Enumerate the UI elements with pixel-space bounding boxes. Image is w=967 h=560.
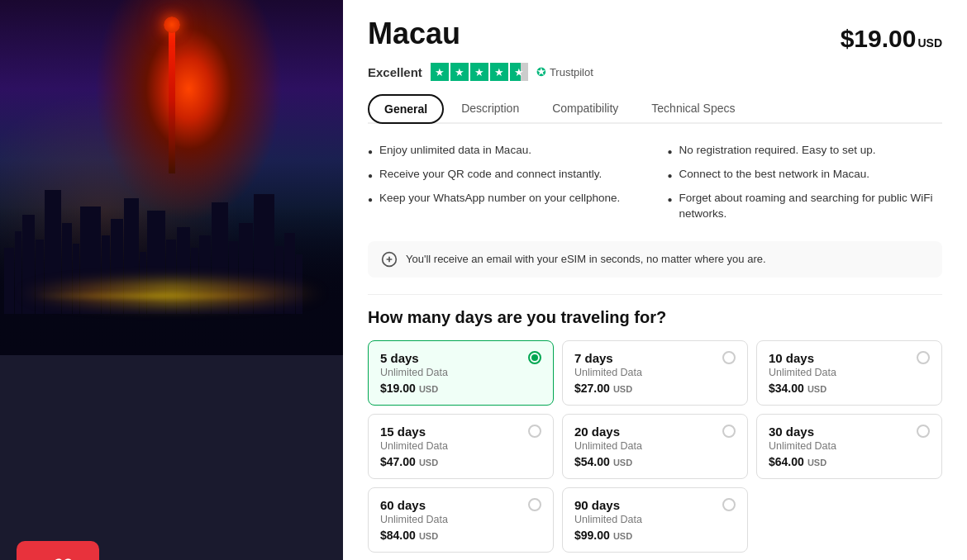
day-price-currency-2: USD	[805, 384, 826, 394]
email-icon	[381, 251, 398, 268]
feature-text-5: Connect to the best network in Macau.	[679, 167, 869, 183]
day-count-2: 10 days	[769, 351, 814, 365]
day-option-6[interactable]: 60 days Unlimited Data $84.00 USD	[368, 487, 554, 553]
day-price-currency-7: USD	[611, 531, 632, 541]
day-radio-1	[722, 351, 736, 364]
day-price-6: $84.00 USD	[380, 529, 541, 542]
day-option-header-7: 90 days	[574, 498, 736, 512]
features-grid: ● Enjoy unlimited data in Macau. ● No re…	[368, 140, 942, 225]
feature-text-3: Keep your WhatsApp number on your cellph…	[379, 191, 620, 206]
day-price-5: $64.00 USD	[769, 455, 930, 468]
day-data-3: Unlimited Data	[380, 440, 541, 452]
day-price-currency-0: USD	[417, 384, 438, 394]
excellent-label: Excellent	[368, 65, 422, 79]
trustpilot-icon: ✪	[536, 65, 546, 78]
trustpilot-row: Excellent ★ ★ ★ ★ ★ ✪ Trustpilot	[368, 63, 942, 81]
day-count-3: 15 days	[380, 425, 426, 439]
day-price-currency-4: USD	[611, 458, 632, 467]
day-price-2: $34.00 USD	[769, 382, 930, 395]
day-data-6: Unlimited Data	[380, 514, 541, 525]
feature-item-1: ● Enjoy unlimited data in Macau.	[368, 140, 643, 161]
star-2: ★	[450, 63, 469, 81]
day-option-3[interactable]: 15 days Unlimited Data $47.00 USD	[368, 414, 554, 479]
day-price-0: $19.00 USD	[380, 382, 541, 395]
star-rating: ★ ★ ★ ★ ★	[431, 63, 528, 81]
tab-technical-specs[interactable]: Technical Specs	[636, 94, 750, 124]
tower	[169, 25, 175, 173]
day-radio-2	[917, 351, 930, 364]
day-option-7[interactable]: 90 days Unlimited Data $99.00 USD	[562, 487, 748, 553]
star-5: ★	[510, 63, 528, 81]
product-tabs: General Description Compatibility Techni…	[368, 94, 942, 124]
tab-general[interactable]: General	[368, 94, 444, 124]
day-radio-7	[722, 498, 736, 511]
city-image	[0, 0, 343, 355]
day-option-header-6: 60 days	[380, 498, 541, 512]
tab-compatibility[interactable]: Compatibility	[536, 94, 634, 124]
day-option-header-0: 5 days	[380, 351, 541, 365]
day-option-2[interactable]: 10 days Unlimited Data $34.00 USD	[756, 340, 942, 406]
day-count-5: 30 days	[769, 425, 814, 439]
day-data-5: Unlimited Data	[769, 440, 930, 452]
day-data-1: Unlimited Data	[574, 367, 736, 378]
feature-item-6: ● Forget about roaming and searching for…	[668, 188, 943, 225]
day-radio-4	[722, 425, 736, 438]
day-price-3: $47.00 USD	[380, 455, 541, 468]
brand-logo: ♡	[17, 541, 99, 560]
day-option-header-1: 7 days	[574, 351, 736, 365]
day-data-0: Unlimited Data	[380, 367, 541, 378]
feature-item-2: ● Receive your QR code and connect insta…	[368, 164, 643, 185]
product-image-panel: ♡ Scan the QR code and connect instantly	[0, 0, 343, 560]
feature-text-4: No registration required. Easy to set up…	[679, 143, 876, 159]
day-data-2: Unlimited Data	[769, 367, 930, 378]
day-count-0: 5 days	[380, 351, 419, 365]
bullet-1: ●	[368, 146, 373, 158]
day-option-header-2: 10 days	[769, 351, 930, 365]
day-data-4: Unlimited Data	[574, 440, 736, 452]
trustpilot-label: Trustpilot	[550, 66, 593, 78]
star-4: ★	[490, 63, 508, 81]
content-panel: Macau $19.00 USD Excellent ★ ★ ★ ★ ★ ✪ T…	[343, 0, 967, 560]
day-radio-0	[528, 351, 541, 364]
day-price-1: $27.00 USD	[574, 382, 736, 395]
feature-text-1: Enjoy unlimited data in Macau.	[379, 143, 531, 159]
day-price-7: $99.00 USD	[574, 529, 736, 542]
trustpilot-logo: ✪ Trustpilot	[536, 65, 593, 78]
day-option-5[interactable]: 30 days Unlimited Data $64.00 USD	[756, 414, 942, 479]
day-option-header-3: 15 days	[380, 425, 541, 439]
feature-item-5: ● Connect to the best network in Macau.	[668, 164, 943, 185]
product-title: Macau	[368, 17, 460, 51]
day-price-currency-5: USD	[805, 458, 826, 467]
day-option-header-5: 30 days	[769, 425, 930, 439]
day-price-currency-1: USD	[611, 384, 632, 394]
feature-text-2: Receive your QR code and connect instant…	[379, 167, 602, 183]
star-3: ★	[470, 63, 488, 81]
day-option-header-4: 20 days	[574, 425, 736, 439]
bullet-6: ●	[668, 194, 673, 206]
tower-top	[164, 17, 180, 33]
day-price-4: $54.00 USD	[574, 455, 736, 468]
day-count-7: 90 days	[574, 498, 620, 512]
day-count-4: 20 days	[574, 425, 620, 439]
tab-description[interactable]: Description	[445, 94, 535, 124]
day-option-0[interactable]: 5 days Unlimited Data $19.00 USD	[368, 340, 554, 406]
bullet-4: ●	[668, 146, 673, 158]
bullet-2: ●	[368, 170, 373, 182]
product-price-currency: USD	[917, 36, 942, 50]
feature-item-3: ● Keep your WhatsApp number on your cell…	[368, 188, 643, 225]
day-count-1: 7 days	[574, 351, 613, 365]
day-radio-5	[917, 425, 930, 438]
email-notice: You'll receive an email with your eSIM i…	[368, 241, 942, 278]
logo-symbol: ♡	[46, 554, 70, 560]
day-radio-3	[528, 425, 541, 438]
email-notice-text: You'll receive an email with your eSIM i…	[406, 253, 766, 265]
days-question: How many days are you traveling for?	[368, 308, 942, 327]
feature-item-4: ● No registration required. Easy to set …	[668, 140, 943, 161]
day-option-4[interactable]: 20 days Unlimited Data $54.00 USD	[562, 414, 748, 479]
days-grid: 5 days Unlimited Data $19.00 USD 7 days …	[368, 340, 942, 553]
product-price: $19.00	[841, 25, 917, 53]
day-option-1[interactable]: 7 days Unlimited Data $27.00 USD	[562, 340, 748, 406]
divider-1	[368, 294, 942, 295]
day-radio-6	[528, 498, 541, 511]
feature-text-6: Forget about roaming and searching for p…	[679, 191, 942, 222]
